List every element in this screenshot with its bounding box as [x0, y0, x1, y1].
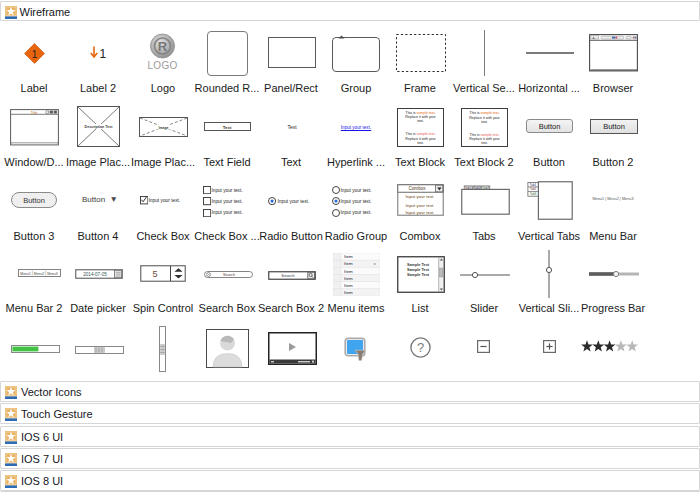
svg-text:Description Text: Description Text: [85, 125, 114, 129]
svg-text:Sample Text: Sample Text: [407, 272, 430, 276]
svg-text:5: 5: [152, 269, 157, 279]
svg-text:?: ?: [416, 340, 423, 355]
svg-text:LOGO: LOGO: [147, 60, 177, 71]
svg-text:Image: Image: [159, 126, 169, 130]
svg-text:R: R: [158, 39, 168, 54]
svg-text:Item: Item: [344, 269, 353, 274]
svg-text:Combox: Combox: [408, 186, 426, 191]
svg-text:Search: Search: [222, 273, 234, 277]
svg-text:Menu3: Menu3: [47, 272, 57, 276]
svg-text:Search: Search: [281, 273, 295, 278]
svg-text:Tab2: Tab2: [529, 187, 536, 191]
svg-text:Item: Item: [344, 283, 353, 288]
svg-text:Input your text.: Input your text.: [405, 194, 434, 199]
svg-text:Tab1: Tab1: [529, 183, 536, 187]
svg-text:Item: Item: [344, 276, 353, 281]
svg-text:Item: Item: [344, 254, 353, 259]
svg-text:Sample Text: Sample Text: [407, 263, 430, 267]
svg-text:Input your text.: Input your text.: [405, 203, 434, 208]
svg-text:Text: Text: [223, 125, 232, 130]
svg-text:Menu2: Menu2: [33, 272, 43, 276]
svg-text:2014-07-05: 2014-07-05: [83, 272, 107, 277]
svg-text:Item: Item: [344, 290, 353, 295]
svg-text:▸: ▸: [374, 261, 376, 266]
svg-text:Menu1: Menu1: [20, 272, 30, 276]
svg-text:Input your text.: Input your text.: [405, 210, 434, 215]
svg-text:Sample Text: Sample Text: [407, 267, 430, 271]
svg-text:1: 1: [100, 47, 107, 61]
svg-text:Title: Title: [31, 110, 37, 114]
svg-text:Item: Item: [344, 261, 353, 266]
svg-text:Tab3: Tab3: [529, 192, 536, 196]
svg-text:1: 1: [32, 49, 38, 60]
